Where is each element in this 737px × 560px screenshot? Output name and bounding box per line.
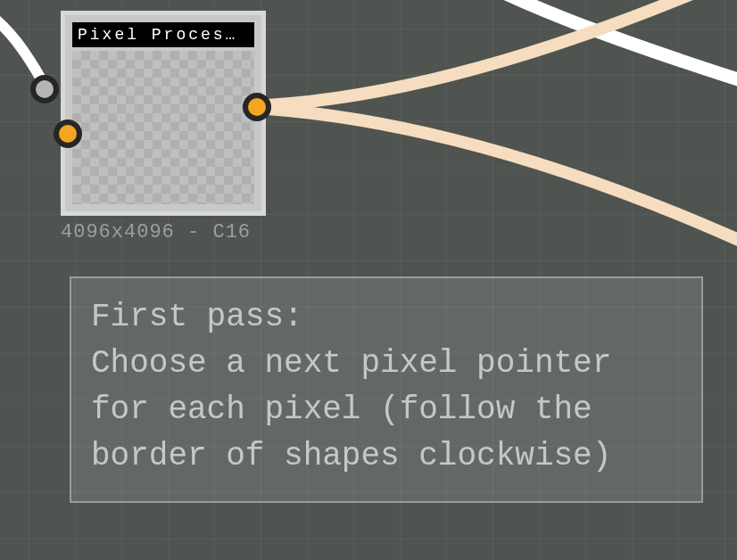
output-port[interactable] <box>243 93 271 121</box>
annotation-line: Choose a next pixel pointer <box>91 341 682 387</box>
annotation-line: for each pixel (follow the <box>91 387 682 433</box>
pixel-processor-node[interactable]: Pixel Proces… <box>61 11 266 216</box>
edge-in-white <box>0 9 43 82</box>
node-meta-label: 4096x4096 - C16 <box>61 221 251 243</box>
node-preview-checker <box>72 51 254 204</box>
input-port-1[interactable] <box>30 75 59 103</box>
input-port-2[interactable] <box>54 119 82 148</box>
edge-out-cream-upper <box>268 0 737 105</box>
edge-out-white <box>482 0 737 80</box>
edge-out-cream-lower <box>268 109 737 241</box>
node-title: Pixel Proces… <box>72 22 254 47</box>
graph-canvas[interactable]: Pixel Proces… 4096x4096 - C16 First pass… <box>0 0 737 560</box>
annotation-line: border of shapes clockwise) <box>91 433 682 480</box>
annotation-line: First pass: <box>91 294 682 341</box>
annotation-box[interactable]: First pass: Choose a next pixel pointer … <box>70 276 703 503</box>
